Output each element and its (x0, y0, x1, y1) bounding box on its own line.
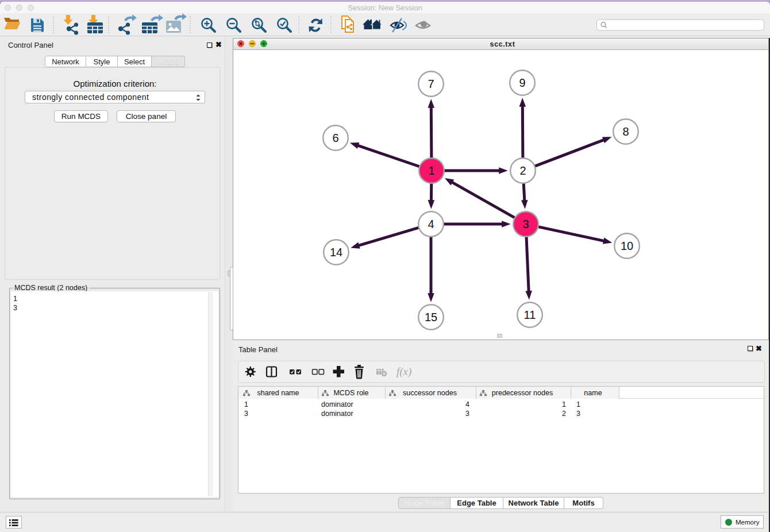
svg-text:3: 3 (465, 410, 469, 418)
svg-text:dominator: dominator (321, 400, 353, 408)
svg-text:1: 1 (244, 400, 248, 408)
svg-text:successor nodes: successor nodes (403, 389, 457, 397)
svg-text:name: name (584, 389, 602, 397)
svg-text:4: 4 (465, 400, 469, 408)
svg-text:1: 1 (562, 400, 566, 408)
svg-text:shared name: shared name (257, 389, 299, 397)
svg-text:3: 3 (244, 410, 248, 418)
svg-text:1: 1 (576, 400, 580, 408)
svg-text:3: 3 (576, 410, 580, 418)
svg-text:2: 2 (562, 410, 566, 418)
svg-text:predecessor nodes: predecessor nodes (492, 389, 553, 397)
svg-text:MCDS role: MCDS role (333, 389, 368, 397)
svg-text:dominator: dominator (321, 410, 353, 418)
